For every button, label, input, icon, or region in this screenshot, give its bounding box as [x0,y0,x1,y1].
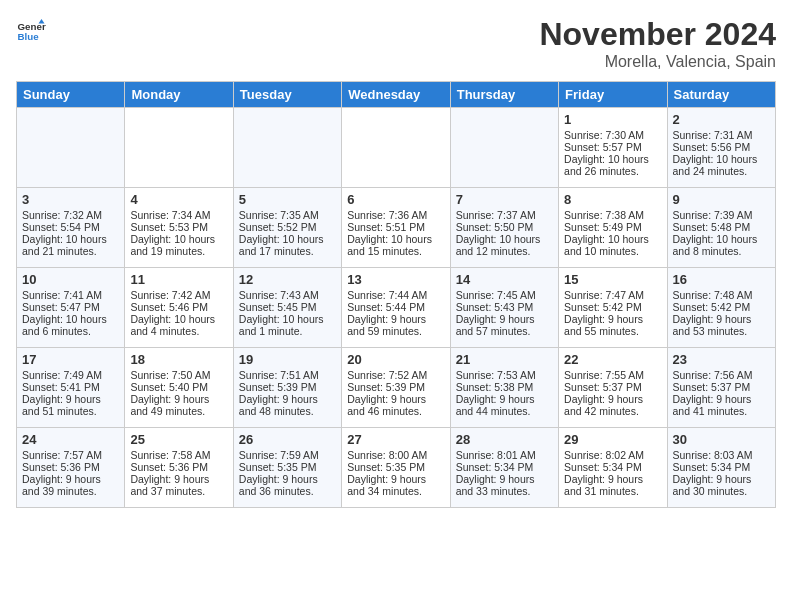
day-info: Daylight: 9 hours and 41 minutes. [673,393,770,417]
table-row: 2Sunrise: 7:31 AMSunset: 5:56 PMDaylight… [667,108,775,188]
calendar-subtitle: Morella, Valencia, Spain [539,53,776,71]
day-info: Daylight: 10 hours and 21 minutes. [22,233,119,257]
day-info: Sunrise: 7:37 AM [456,209,553,221]
day-number: 13 [347,272,444,287]
day-number: 29 [564,432,661,447]
day-info: Sunset: 5:37 PM [673,381,770,393]
table-row [450,108,558,188]
table-row: 26Sunrise: 7:59 AMSunset: 5:35 PMDayligh… [233,428,341,508]
day-info: Daylight: 10 hours and 24 minutes. [673,153,770,177]
calendar-header-row: Sunday Monday Tuesday Wednesday Thursday… [17,82,776,108]
table-row: 24Sunrise: 7:57 AMSunset: 5:36 PMDayligh… [17,428,125,508]
day-info: Sunset: 5:36 PM [130,461,227,473]
table-row: 20Sunrise: 7:52 AMSunset: 5:39 PMDayligh… [342,348,450,428]
day-info: Daylight: 10 hours and 19 minutes. [130,233,227,257]
table-row: 6Sunrise: 7:36 AMSunset: 5:51 PMDaylight… [342,188,450,268]
day-info: Sunset: 5:47 PM [22,301,119,313]
table-row: 8Sunrise: 7:38 AMSunset: 5:49 PMDaylight… [559,188,667,268]
day-info: Sunset: 5:52 PM [239,221,336,233]
day-info: Sunset: 5:38 PM [456,381,553,393]
table-row: 15Sunrise: 7:47 AMSunset: 5:42 PMDayligh… [559,268,667,348]
day-info: Sunset: 5:51 PM [347,221,444,233]
day-info: Sunset: 5:46 PM [130,301,227,313]
day-info: Sunrise: 7:30 AM [564,129,661,141]
day-info: Sunrise: 7:39 AM [673,209,770,221]
calendar-week-row: 1Sunrise: 7:30 AMSunset: 5:57 PMDaylight… [17,108,776,188]
table-row: 30Sunrise: 8:03 AMSunset: 5:34 PMDayligh… [667,428,775,508]
day-info: Sunrise: 7:44 AM [347,289,444,301]
day-number: 6 [347,192,444,207]
day-info: Sunset: 5:34 PM [456,461,553,473]
day-number: 21 [456,352,553,367]
day-info: Sunrise: 7:35 AM [239,209,336,221]
day-info: Daylight: 9 hours and 59 minutes. [347,313,444,337]
day-number: 3 [22,192,119,207]
table-row: 16Sunrise: 7:48 AMSunset: 5:42 PMDayligh… [667,268,775,348]
table-row [125,108,233,188]
day-info: Sunrise: 7:53 AM [456,369,553,381]
day-info: Sunrise: 7:55 AM [564,369,661,381]
day-info: Sunset: 5:40 PM [130,381,227,393]
logo-icon: General Blue [16,16,46,46]
day-info: Daylight: 9 hours and 57 minutes. [456,313,553,337]
day-info: Sunrise: 7:56 AM [673,369,770,381]
day-info: Daylight: 9 hours and 34 minutes. [347,473,444,497]
day-number: 11 [130,272,227,287]
day-info: Sunset: 5:56 PM [673,141,770,153]
day-info: Sunrise: 7:42 AM [130,289,227,301]
day-info: Sunset: 5:43 PM [456,301,553,313]
day-info: Sunrise: 7:31 AM [673,129,770,141]
day-info: Sunset: 5:39 PM [347,381,444,393]
day-number: 2 [673,112,770,127]
day-info: Daylight: 10 hours and 10 minutes. [564,233,661,257]
day-info: Sunrise: 7:32 AM [22,209,119,221]
logo: General Blue [16,16,46,46]
day-info: Sunrise: 7:51 AM [239,369,336,381]
day-info: Daylight: 9 hours and 33 minutes. [456,473,553,497]
table-row: 19Sunrise: 7:51 AMSunset: 5:39 PMDayligh… [233,348,341,428]
day-number: 20 [347,352,444,367]
day-info: Daylight: 9 hours and 49 minutes. [130,393,227,417]
table-row: 25Sunrise: 7:58 AMSunset: 5:36 PMDayligh… [125,428,233,508]
table-row [342,108,450,188]
header-tuesday: Tuesday [233,82,341,108]
day-info: Sunrise: 7:59 AM [239,449,336,461]
header-friday: Friday [559,82,667,108]
calendar-week-row: 3Sunrise: 7:32 AMSunset: 5:54 PMDaylight… [17,188,776,268]
day-number: 4 [130,192,227,207]
day-number: 23 [673,352,770,367]
day-info: Sunset: 5:34 PM [673,461,770,473]
header-wednesday: Wednesday [342,82,450,108]
day-info: Daylight: 9 hours and 44 minutes. [456,393,553,417]
day-info: Sunset: 5:35 PM [239,461,336,473]
table-row: 22Sunrise: 7:55 AMSunset: 5:37 PMDayligh… [559,348,667,428]
table-row: 29Sunrise: 8:02 AMSunset: 5:34 PMDayligh… [559,428,667,508]
day-number: 25 [130,432,227,447]
table-row: 23Sunrise: 7:56 AMSunset: 5:37 PMDayligh… [667,348,775,428]
day-info: Sunrise: 7:47 AM [564,289,661,301]
table-row: 9Sunrise: 7:39 AMSunset: 5:48 PMDaylight… [667,188,775,268]
calendar-title: November 2024 [539,16,776,53]
day-number: 12 [239,272,336,287]
day-info: Daylight: 9 hours and 48 minutes. [239,393,336,417]
day-info: Sunset: 5:42 PM [564,301,661,313]
day-info: Sunrise: 8:03 AM [673,449,770,461]
header-monday: Monday [125,82,233,108]
day-info: Daylight: 10 hours and 6 minutes. [22,313,119,337]
day-info: Sunset: 5:45 PM [239,301,336,313]
table-row: 18Sunrise: 7:50 AMSunset: 5:40 PMDayligh… [125,348,233,428]
day-info: Daylight: 10 hours and 17 minutes. [239,233,336,257]
day-number: 19 [239,352,336,367]
day-info: Sunrise: 7:50 AM [130,369,227,381]
day-info: Sunrise: 8:01 AM [456,449,553,461]
day-number: 9 [673,192,770,207]
calendar-week-row: 10Sunrise: 7:41 AMSunset: 5:47 PMDayligh… [17,268,776,348]
calendar-table: Sunday Monday Tuesday Wednesday Thursday… [16,81,776,508]
day-info: Sunset: 5:37 PM [564,381,661,393]
day-info: Daylight: 9 hours and 30 minutes. [673,473,770,497]
day-number: 1 [564,112,661,127]
table-row: 1Sunrise: 7:30 AMSunset: 5:57 PMDaylight… [559,108,667,188]
svg-text:Blue: Blue [18,31,40,42]
day-info: Sunrise: 7:45 AM [456,289,553,301]
day-info: Daylight: 9 hours and 51 minutes. [22,393,119,417]
